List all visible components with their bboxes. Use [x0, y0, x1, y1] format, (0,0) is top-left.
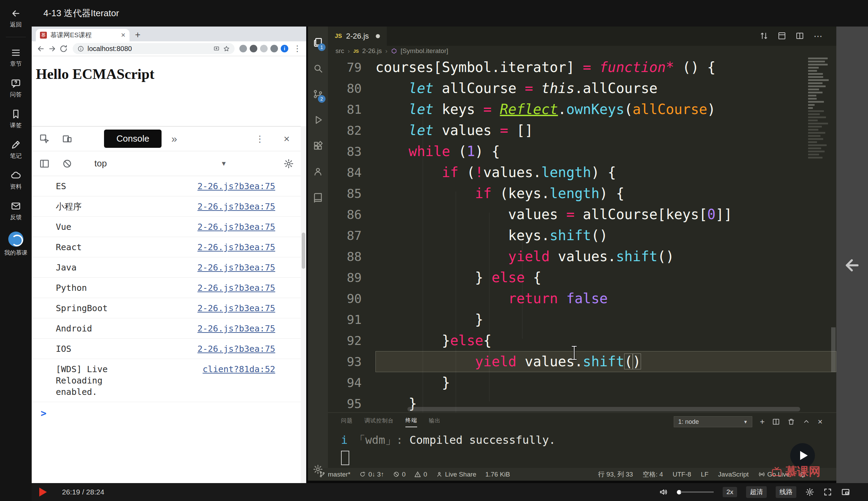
- sidebar-item-反馈[interactable]: 反馈: [10, 201, 22, 221]
- console-source-link[interactable]: 2-26.js?b3ea:75: [197, 323, 275, 334]
- kill-terminal-icon[interactable]: [787, 418, 795, 426]
- console-source-link[interactable]: 2-26.js?b3ea:75: [197, 343, 275, 355]
- breadcrumb-file[interactable]: 2-26.js: [362, 47, 382, 55]
- speed-button[interactable]: 2x: [723, 487, 737, 497]
- console-settings-icon[interactable]: [283, 159, 294, 169]
- open-changes-icon[interactable]: [760, 32, 768, 41]
- volume-slider[interactable]: [677, 490, 714, 494]
- status-item[interactable]: Go Live: [758, 471, 790, 478]
- a-scm-icon[interactable]: 2: [308, 81, 328, 107]
- panel-tab-问题[interactable]: 问题: [341, 417, 353, 427]
- more-actions-icon[interactable]: ⋯: [814, 32, 823, 41]
- back-icon[interactable]: [37, 44, 45, 53]
- status-item[interactable]: 0↓ 3↑: [359, 471, 384, 478]
- minimap[interactable]: [805, 56, 831, 159]
- breadcrumb[interactable]: src › JS 2-26.js › [Symbol.iterator]: [328, 46, 836, 56]
- close-panel-icon[interactable]: ×: [818, 418, 823, 426]
- terminal-selector[interactable]: 1: node ▼: [674, 416, 752, 427]
- code-editor[interactable]: 79courses[Symbol.iterator] = function* (…: [328, 56, 836, 412]
- install-icon[interactable]: [213, 45, 220, 52]
- panel-tab-输出[interactable]: 输出: [429, 417, 441, 427]
- chevron-down-icon[interactable]: ▼: [220, 160, 227, 167]
- devtools-close-icon[interactable]: ×: [283, 134, 290, 144]
- browser-menu-icon[interactable]: ⋮: [293, 44, 301, 53]
- console-source-link[interactable]: 2-26.js?b3ea:75: [197, 221, 275, 233]
- manage-gear-icon[interactable]: [308, 464, 328, 474]
- new-tab-icon[interactable]: +: [135, 30, 141, 40]
- extension-icon[interactable]: [239, 45, 247, 52]
- bookmark-star-icon[interactable]: [223, 45, 230, 52]
- browser-tab[interactable]: 慕 慕课网ES课程 ×: [36, 29, 130, 41]
- console-source-link[interactable]: 2-26.js?b3ea:75: [197, 181, 275, 192]
- console-prompt[interactable]: >: [32, 402, 306, 419]
- forward-icon[interactable]: [48, 44, 56, 53]
- console-source-link[interactable]: 2-26.js?b3ea:75: [197, 303, 275, 314]
- play-button[interactable]: [39, 488, 47, 497]
- device-toolbar-icon[interactable]: [62, 134, 72, 144]
- a-ext-icon[interactable]: [308, 133, 328, 159]
- editor-scrollbar[interactable]: [831, 327, 836, 372]
- pip-icon[interactable]: [841, 488, 850, 497]
- breadcrumb-folder[interactable]: src: [335, 47, 344, 55]
- sidebar-item-课签[interactable]: 课签: [10, 109, 22, 129]
- status-item[interactable]: [799, 471, 806, 478]
- devtools-menu-icon[interactable]: ⋮: [255, 134, 264, 143]
- status-item[interactable]: LF: [701, 471, 709, 478]
- a-book-icon[interactable]: [308, 184, 328, 210]
- sidebar-item-问答[interactable]: 问答: [10, 78, 22, 99]
- address-bar[interactable]: localhost:8080: [73, 43, 235, 54]
- tab-close-icon[interactable]: ×: [121, 31, 125, 39]
- editor-hscrollbar[interactable]: [407, 407, 800, 411]
- a-share-icon[interactable]: [308, 159, 328, 184]
- split-editor-icon[interactable]: [796, 32, 804, 41]
- console-sidebar-icon[interactable]: [39, 159, 50, 169]
- fullscreen-icon[interactable]: [823, 488, 832, 497]
- layout-icon[interactable]: [778, 32, 786, 41]
- console-source-link[interactable]: 2-26.js?b3ea:75: [197, 262, 275, 273]
- sidebar-item-笔记[interactable]: 笔记: [10, 140, 22, 160]
- status-item[interactable]: JavaScript: [718, 471, 749, 478]
- breadcrumb-symbol[interactable]: [Symbol.iterator]: [401, 47, 448, 55]
- settings-gear-icon[interactable]: [805, 488, 814, 497]
- a-debug-icon[interactable]: [308, 107, 328, 133]
- editor-tab[interactable]: JS 2-26.js: [328, 27, 387, 46]
- extension-icon[interactable]: [250, 45, 257, 52]
- panel-tab-终端[interactable]: 终端: [405, 417, 417, 427]
- context-selector[interactable]: top: [94, 158, 107, 169]
- extension-icon[interactable]: [260, 45, 268, 52]
- inspect-element-icon[interactable]: [39, 134, 50, 144]
- sidebar-item-章节[interactable]: 章节: [10, 48, 22, 68]
- extension-info-icon[interactable]: i: [281, 45, 288, 52]
- console-source-link[interactable]: 2-26.js?b3ea:75: [197, 242, 275, 253]
- status-item[interactable]: UTF-8: [673, 471, 691, 478]
- terminal-output[interactable]: i 「wdm」: Compiled successfully.: [328, 427, 836, 448]
- more-tabs-icon[interactable]: »: [171, 134, 177, 144]
- split-terminal-icon[interactable]: [772, 418, 780, 426]
- devtools-scrollbar[interactable]: [301, 126, 306, 483]
- sidebar-item-我的慕课[interactable]: 我的慕课: [4, 232, 28, 257]
- status-item[interactable]: Live Share: [436, 471, 476, 478]
- a-files-icon[interactable]: 1: [308, 29, 328, 55]
- sidebar-item-返回[interactable]: 返回: [10, 8, 22, 29]
- console-source-link[interactable]: 2-26.js?b3ea:75: [197, 282, 275, 294]
- status-item[interactable]: 行 93, 列 33: [598, 470, 633, 479]
- clear-console-icon[interactable]: [62, 159, 72, 169]
- quality-button[interactable]: 超清: [746, 486, 767, 498]
- modified-dot[interactable]: [376, 34, 380, 38]
- console-source-link[interactable]: 2-26.js?b3ea:75: [197, 201, 275, 212]
- site-info-icon[interactable]: [78, 45, 84, 52]
- status-item[interactable]: 0: [393, 471, 406, 478]
- scrollbar-thumb[interactable]: [302, 233, 305, 269]
- status-item[interactable]: 空格: 4: [643, 470, 663, 479]
- status-item[interactable]: 0: [414, 471, 427, 478]
- status-item[interactable]: 1.76 KiB: [485, 471, 510, 478]
- sidebar-item-资料[interactable]: 资料: [10, 170, 22, 191]
- volume-icon[interactable]: [659, 488, 668, 497]
- console-source-link[interactable]: client?81da:52: [203, 364, 275, 375]
- maximize-panel-icon[interactable]: [803, 418, 810, 426]
- new-terminal-icon[interactable]: +: [760, 418, 765, 426]
- panel-tab-调试控制台[interactable]: 调试控制台: [364, 417, 394, 427]
- reload-icon[interactable]: [59, 44, 68, 53]
- collapse-arrow-icon[interactable]: [843, 257, 860, 274]
- tab-console[interactable]: Console: [104, 130, 162, 148]
